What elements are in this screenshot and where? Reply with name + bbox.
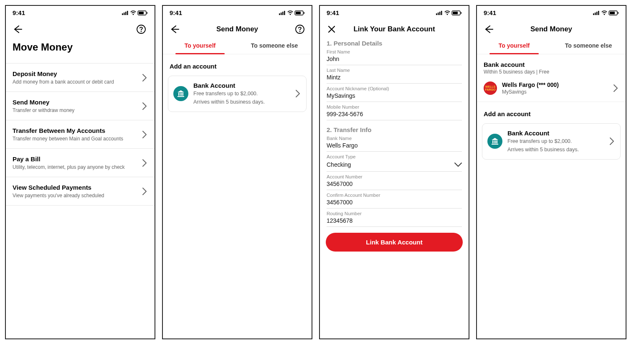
menu-item-subtitle: Utility, telecom, internet, plus pay any… — [13, 164, 125, 170]
chevron-right-icon — [294, 89, 301, 98]
section-transfer-info: 2. Transfer Info — [320, 120, 469, 133]
field-account-type[interactable]: Account Type Checking — [320, 152, 469, 172]
field-value: Checking — [327, 161, 351, 168]
field-label: Last Name — [327, 68, 462, 73]
link-bank-account-button[interactable]: Link Bank Account — [326, 233, 463, 252]
help-button[interactable] — [136, 24, 148, 34]
menu-item-title: View Scheduled Payments — [13, 184, 104, 191]
back-button[interactable] — [13, 24, 24, 34]
section-personal-details: 1. Personal Details — [320, 36, 469, 47]
chevron-right-icon — [140, 158, 148, 168]
tab-to-someone-else[interactable]: To someone else — [237, 36, 312, 54]
page-title: Move Money — [6, 36, 155, 63]
account-name: Wells Fargo (*** 000) — [502, 81, 606, 88]
tab-to-yourself[interactable]: To yourself — [163, 36, 237, 54]
back-arrow-icon — [170, 24, 180, 34]
field-value: 999-234-5676 — [327, 111, 363, 117]
back-button[interactable] — [170, 24, 181, 34]
tabs: To yourself To someone else — [477, 36, 626, 54]
field-label: Bank Name — [327, 136, 462, 141]
chevron-down-icon — [454, 160, 462, 169]
chevron-right-icon — [140, 187, 148, 196]
status-bar: 9:41 — [320, 6, 469, 18]
help-button[interactable] — [293, 24, 305, 34]
back-arrow-icon — [13, 24, 23, 34]
screen-send-money-empty: 9:41 Send Money To yourself To someone e… — [162, 5, 312, 339]
status-time: 9:41 — [327, 9, 339, 16]
field-value: MySavings — [327, 92, 355, 99]
menu-item-pay-bill[interactable]: Pay a Bill Utility, telecom, internet, p… — [6, 149, 155, 177]
bank-account-heading: Bank account — [484, 61, 619, 68]
field-label: Mobile Number — [327, 104, 462, 109]
menu-item-title: Send Money — [13, 99, 74, 106]
menu-item-title: Transfer Between My Accounts — [13, 127, 123, 134]
menu-item-title: Pay a Bill — [13, 155, 125, 163]
status-icons — [122, 10, 148, 16]
field-label: Routing Number — [327, 211, 462, 216]
chevron-right-icon — [608, 137, 615, 146]
status-bar: 9:41 — [477, 6, 626, 18]
field-account-number[interactable]: Account Number 34567000 — [320, 172, 469, 190]
card-title: Bank Account — [193, 82, 289, 89]
bank-account-section: Bank account Within 5 business days | Fr… — [477, 54, 626, 75]
tabs: To yourself To someone else — [163, 36, 312, 54]
bank-account-subheading: Within 5 business days | Free — [484, 69, 619, 75]
field-bank-name[interactable]: Bank Name Wells Fargo — [320, 133, 469, 152]
add-account-heading: Add an account — [477, 102, 626, 122]
bank-icon — [487, 134, 502, 149]
field-label: First Name — [327, 49, 462, 54]
page-title: Link Your Bank Account — [338, 25, 450, 33]
field-value: 12345678 — [327, 217, 352, 224]
card-sub-line1: Free transfers up to $2,000. — [193, 90, 289, 97]
card-sub-line2: Arrives within 5 business days. — [507, 146, 603, 153]
menu-item-subtitle: View payments you've already scheduled — [13, 193, 104, 198]
menu-item-send-money[interactable]: Send Money Transfer or withdraw money — [6, 92, 155, 120]
help-icon — [136, 24, 146, 34]
menu-item-transfer[interactable]: Transfer Between My Accounts Transfer mo… — [6, 120, 155, 149]
tab-to-someone-else[interactable]: To someone else — [551, 36, 626, 54]
menu-item-scheduled[interactable]: View Scheduled Payments View payments yo… — [6, 177, 155, 206]
field-label: Account Number — [327, 174, 462, 179]
field-mobile[interactable]: Mobile Number 999-234-5676 — [320, 102, 469, 120]
nav-bar — [6, 18, 155, 36]
bank-account-card[interactable]: Bank Account Free transfers up to $2,000… — [482, 123, 621, 160]
chevron-right-icon — [140, 102, 148, 111]
wells-fargo-logo-icon: WELLS FARGO — [484, 81, 497, 95]
linked-account-row[interactable]: WELLS FARGO Wells Fargo (*** 000) MySavi… — [477, 75, 626, 102]
screen-move-money: 9:41 Move Money Deposit Money Add money … — [5, 5, 155, 339]
screen-link-bank: 9:41 Link Your Bank Account 1. Personal … — [319, 5, 469, 339]
status-time: 9:41 — [170, 9, 182, 16]
back-button[interactable] — [484, 24, 495, 34]
status-bar: 9:41 — [6, 6, 155, 18]
status-time: 9:41 — [13, 9, 25, 16]
nav-bar: Link Your Bank Account — [320, 18, 469, 36]
add-account-heading: Add an account — [163, 54, 312, 74]
field-value: Wells Fargo — [327, 142, 357, 149]
field-last-name[interactable]: Last Name Mintz — [320, 65, 469, 84]
chevron-right-icon — [140, 73, 148, 82]
field-nickname[interactable]: Account Nickname (Optional) MySavings — [320, 84, 469, 102]
card-title: Bank Account — [507, 130, 603, 137]
help-icon — [295, 24, 305, 34]
menu-item-deposit-money[interactable]: Deposit Money Add money from a bank acco… — [6, 63, 155, 92]
field-label: Confirm Account Number — [327, 193, 462, 198]
card-sub-line2: Arrives within 5 business days. — [193, 99, 289, 106]
field-first-name[interactable]: First Name John — [320, 47, 469, 65]
close-button[interactable] — [327, 24, 338, 34]
field-routing-number[interactable]: Routing Number 12345678 — [320, 209, 469, 227]
menu-item-title: Deposit Money — [13, 70, 114, 77]
menu-list: Deposit Money Add money from a bank acco… — [6, 63, 155, 206]
status-time: 9:41 — [484, 9, 496, 16]
tab-to-yourself[interactable]: To yourself — [477, 36, 551, 54]
menu-item-subtitle: Transfer money between Main and Goal acc… — [13, 136, 123, 142]
status-icons — [593, 10, 619, 16]
chevron-right-icon — [140, 130, 148, 139]
field-confirm-account-number[interactable]: Confirm Account Number 34567000 — [320, 190, 469, 209]
page-title: Send Money — [495, 25, 607, 33]
bank-icon — [173, 86, 188, 101]
back-arrow-icon — [484, 24, 494, 34]
page-title: Send Money — [181, 25, 293, 33]
bank-account-card[interactable]: Bank Account Free transfers up to $2,000… — [168, 76, 307, 112]
account-nickname: MySavings — [502, 89, 606, 95]
nav-bar: Send Money — [163, 18, 312, 36]
